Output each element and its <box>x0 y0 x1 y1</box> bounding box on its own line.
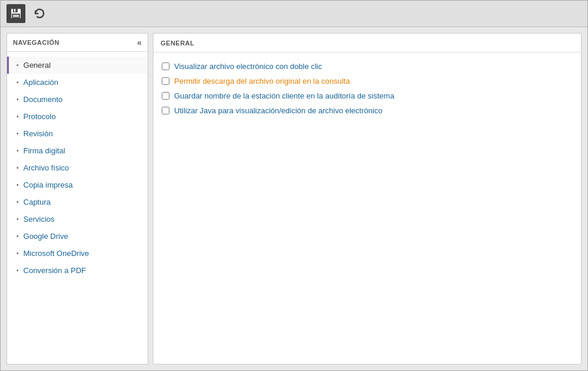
sidebar-item-aplicacion[interactable]: Aplicación <box>7 74 148 91</box>
toolbar <box>1 1 587 27</box>
sidebar-title: NAVEGACIÓN <box>13 39 60 46</box>
collapse-button[interactable]: « <box>137 38 142 47</box>
content-header: GENERAL <box>153 34 581 52</box>
checkbox-label-permitir-descarga[interactable]: Permitir descarga del archivo original e… <box>174 77 350 86</box>
checkbox-label-visualizar[interactable]: Visualizar archivo electrónico con doble… <box>174 62 322 71</box>
checkbox-guardar-nombre[interactable] <box>162 92 169 100</box>
sidebar-item-label: Archivo físico <box>24 163 69 172</box>
sidebar-item-label: Servicios <box>24 215 55 224</box>
sidebar-item-google-drive[interactable]: Google Drive <box>7 228 148 245</box>
checkbox-permitir-descarga[interactable] <box>162 77 169 85</box>
svg-rect-2 <box>14 9 15 12</box>
sidebar-item-documento[interactable]: Documento <box>7 91 148 108</box>
save-button[interactable] <box>6 4 25 23</box>
sidebar-item-label: Protocolo <box>24 112 56 121</box>
sidebar-item-label: Copia impresa <box>24 180 73 189</box>
sidebar-item-servicios[interactable]: Servicios <box>7 211 148 228</box>
nav-items: General Aplicación Documento Protocolo R… <box>7 52 148 364</box>
sidebar-header: NAVEGACIÓN « <box>7 34 148 52</box>
sidebar-item-firma-digital[interactable]: Firma digital <box>7 142 148 159</box>
sidebar-item-conversion-pdf[interactable]: Conversión a PDF <box>7 262 148 279</box>
sidebar-item-copia-impresa[interactable]: Copia impresa <box>7 176 148 193</box>
sidebar-item-general[interactable]: General <box>7 57 148 74</box>
svg-rect-4 <box>13 15 19 17</box>
sidebar-item-label: Google Drive <box>24 232 68 241</box>
checkbox-item-3: Guardar nombre de la estación cliente en… <box>162 91 573 100</box>
sidebar-item-label: Conversión a PDF <box>24 266 86 275</box>
sidebar-item-microsoft-onedrive[interactable]: Microsoft OneDrive <box>7 245 148 262</box>
main-content: NAVEGACIÓN « General Aplicación Document… <box>6 33 582 365</box>
sidebar-item-captura[interactable]: Captura <box>7 193 148 211</box>
checkbox-item-4: Utilizar Java para visualización/edición… <box>162 106 573 115</box>
refresh-icon <box>33 7 46 20</box>
checkbox-label-utilizar-java[interactable]: Utilizar Java para visualización/edición… <box>174 106 383 115</box>
app-window: NAVEGACIÓN « General Aplicación Document… <box>0 0 588 371</box>
sidebar-item-archivo-fisico[interactable]: Archivo físico <box>7 159 148 176</box>
content-body: Visualizar archivo electrónico con doble… <box>153 52 581 124</box>
sidebar-item-label: Documento <box>24 95 63 104</box>
sidebar: NAVEGACIÓN « General Aplicación Document… <box>6 33 148 365</box>
sidebar-item-label: Revisión <box>24 129 53 138</box>
checkbox-utilizar-java[interactable] <box>162 107 169 114</box>
save-icon <box>10 8 22 19</box>
refresh-button[interactable] <box>30 4 49 23</box>
content-section-title: GENERAL <box>161 40 194 47</box>
checkbox-item-2: Permitir descarga del archivo original e… <box>162 77 573 86</box>
sidebar-item-label: General <box>24 61 51 70</box>
content-panel: GENERAL Visualizar archivo electrónico c… <box>153 33 582 365</box>
sidebar-item-protocolo[interactable]: Protocolo <box>7 108 148 125</box>
sidebar-item-label: Firma digital <box>24 146 66 155</box>
checkbox-visualizar[interactable] <box>162 63 169 70</box>
sidebar-item-label: Microsoft OneDrive <box>24 249 89 258</box>
checkbox-label-guardar-nombre[interactable]: Guardar nombre de la estación cliente en… <box>174 91 394 100</box>
sidebar-item-label: Aplicación <box>24 78 58 87</box>
checkbox-item-1: Visualizar archivo electrónico con doble… <box>162 62 573 71</box>
sidebar-item-revision[interactable]: Revisión <box>7 125 148 142</box>
sidebar-item-label: Captura <box>24 198 51 206</box>
